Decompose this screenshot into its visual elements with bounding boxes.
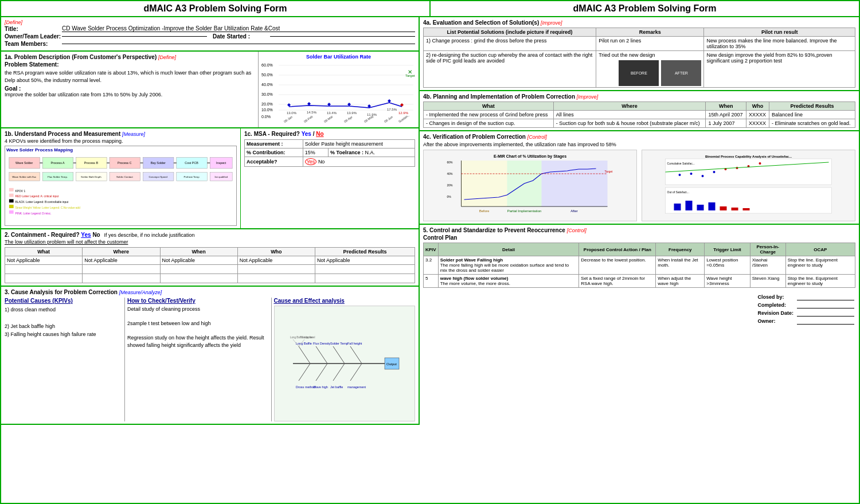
impl-what-2: - Changes in design of the suction cup. — [424, 119, 554, 128]
section-3-col3: Cause and Effect analysis Output — [272, 298, 416, 421]
col-predicted-4b: Predicted Results — [769, 102, 855, 111]
cp-detail-2: wave high (flow solder volume) The more … — [438, 275, 579, 288]
cp-person-1: Xiaohai /Steven — [750, 256, 785, 275]
svg-text:06-Jan: 06-Jan — [283, 115, 292, 124]
section-1a-left: 1a. Problem Description (From Customer's… — [1, 52, 258, 127]
section-5-label: [Control] — [567, 228, 587, 233]
process-map-title: Wave Solder Process Mapping — [6, 147, 235, 153]
svg-text:Solder Bath Depth: Solder Bath Depth — [81, 175, 101, 178]
svg-marker-34 — [388, 99, 391, 103]
problem-statement-label: Problem Statement: — [5, 61, 255, 68]
section-2-title: 2. Containment - Required? — [5, 232, 80, 238]
closed-table: Closed by: Completed: Revision Date: Own… — [754, 292, 855, 326]
control-plan-table: KPIV Detail Proposed Control Action / Pl… — [423, 243, 855, 288]
cp-kpiv: KPIV — [424, 243, 439, 256]
svg-text:Fall height: Fall height — [347, 342, 362, 345]
svg-text:40.0%: 40.0% — [261, 83, 273, 87]
impl-what-1: - Implemented the new process of Grind b… — [424, 111, 554, 119]
cp-row-1: 3.2 Solder pot Wave Falling high The mor… — [424, 256, 855, 275]
svg-text:Wave high: Wave high — [313, 385, 328, 389]
cp-row-2: 5 wave high (flow solder volume) The mor… — [424, 275, 855, 288]
section-2-if-yes: If yes describe, if no include justifica… — [104, 232, 195, 238]
date-started-value — [270, 36, 415, 37]
section-5-title: 5. Control and Standardize to Prevent Re… — [423, 227, 565, 233]
completed-value — [797, 302, 854, 308]
cp-kpiv-2: 5 — [424, 275, 439, 288]
svg-rect-112 — [542, 161, 608, 206]
cp-detail-1: Solder pot Wave Falling high The more fa… — [438, 256, 579, 275]
svg-text:20%: 20% — [447, 183, 454, 187]
svg-text:BLACK: Lotter Legend: B:contro: BLACK: Lotter Legend: B:controllable inp… — [15, 201, 69, 204]
svg-line-90 — [350, 364, 362, 381]
section-4a-title: 4a. Evaluation and Selection of Solution… — [423, 19, 539, 26]
section-5: 5. Control and Standardize to Prevent Re… — [420, 225, 859, 328]
svg-rect-138 — [743, 208, 750, 210]
measurement-value: Solder Paste height measurement — [303, 140, 415, 149]
svg-line-86 — [350, 346, 362, 364]
cp-ocap-1: Stop the line. Equipment engineer to stu… — [785, 256, 855, 275]
svg-rect-133 — [686, 201, 693, 210]
svg-text:PINK: Lotter Legend: D:misc.: PINK: Lotter Legend: D:misc. — [15, 212, 52, 215]
section-1a-label: [Define] — [158, 54, 176, 60]
svg-text:Jet baffle: Jet baffle — [330, 385, 343, 389]
svg-line-83 — [299, 346, 310, 364]
svg-text:Inspect: Inspect — [216, 161, 226, 165]
svg-text:Solder Contact: Solder Contact — [116, 175, 134, 178]
cp-proposed-1: Decrease to the lowest position. — [579, 256, 656, 275]
svg-text:Long Baffle: Long Baffle — [296, 342, 312, 345]
section-1b-description: 4 KPOVs were identified from the process… — [5, 138, 237, 144]
impl-when-1: 15th April 2007 — [706, 111, 746, 119]
team-label: Team Members: — [5, 41, 62, 47]
cp-kpiv-1: 3.2 — [424, 256, 439, 275]
section-1b: 1b. Understand Process and Measurement [… — [1, 128, 241, 228]
col3-header: Cause and Effect analysis — [274, 298, 416, 304]
remarks-header: Remarks — [596, 28, 704, 37]
problem-description: the RSA program wave solder utilization … — [5, 69, 255, 84]
cp-proposed: Proposed Control Action / Plan — [579, 243, 656, 256]
closed-by-label: Closed by: — [755, 294, 796, 300]
impl-row-2: - Changes in design of the suction cup. … — [424, 119, 855, 128]
col-who-4b: Who — [746, 102, 769, 111]
verification-chart-1: E-MIR Chart of % Utilization by Stages 6… — [423, 150, 637, 221]
section-4c-label: [Control] — [527, 134, 547, 140]
before-image: BEFORE — [619, 60, 659, 86]
title-right: dMAIC A3 Problem Solving Form — [431, 1, 859, 16]
svg-text:Sustain..: Sustain.. — [397, 114, 409, 123]
cp-freq-2: When adjust the wave high — [656, 275, 705, 288]
impl-row-1: - Implemented the new process of Grind b… — [424, 111, 855, 119]
section-3-label: [Measure/Analyze] — [119, 290, 162, 295]
table-row: Not Applicable Not Applicable Not Applic… — [5, 256, 415, 265]
svg-text:06-Feb: 06-Feb — [303, 115, 313, 123]
svg-text:Flux Density: Flux Density — [313, 342, 331, 345]
list-solutions-header: List Potential Solutions (include pictur… — [424, 28, 596, 37]
svg-text:Cost PCB: Cost PCB — [185, 161, 198, 165]
cp-trigger-1: Lowest position =0.05ms — [705, 256, 750, 275]
remarks-2: Tried out the new design BEFORE AFTER — [596, 51, 704, 88]
section-4c-title: 4c. Verification of Problem Correction — [423, 134, 526, 140]
causes-text: 1) dross clean method 2) Jet back baffle… — [5, 306, 122, 339]
svg-line-89 — [333, 364, 345, 381]
svg-text:Wave Solder with flux: Wave Solder with flux — [12, 175, 37, 178]
date-started-label: Date Started : — [213, 33, 270, 40]
cp-detail: Detail — [438, 243, 579, 256]
svg-text:management: management — [347, 385, 366, 389]
svg-text:KPOV 1: KPOV 1 — [15, 190, 26, 193]
svg-text:Solder Temp: Solder Temp — [330, 342, 348, 345]
tolerance-value: N.A. — [365, 150, 375, 155]
col-what-4b: What — [424, 102, 554, 111]
fishbone-diagram: Output Long Baffle Flu — [274, 306, 416, 421]
after-label: AFTER — [675, 71, 688, 75]
svg-text:Process A: Process A — [51, 161, 65, 165]
svg-text:1st qualified: 1st qualified — [214, 175, 228, 178]
section-1a-title: 1a. Problem Description (From Customer's… — [5, 54, 157, 60]
owner-label: Owner: — [755, 318, 796, 325]
svg-marker-31 — [327, 103, 331, 106]
svg-point-121 — [679, 174, 681, 176]
verification-chart-2: Binomial Process Capability Analysis of … — [642, 150, 855, 221]
svg-rect-136 — [720, 206, 727, 210]
section-3: 3. Cause Analysis for Problem Correction… — [1, 287, 419, 425]
svg-text:06-Apr: 06-Apr — [343, 115, 353, 123]
svg-text:13.4%: 13.4% — [327, 111, 337, 115]
section-4b-title: 4b. Planning and Implementation of Probl… — [423, 93, 575, 100]
before-label: BEFORE — [631, 71, 647, 75]
